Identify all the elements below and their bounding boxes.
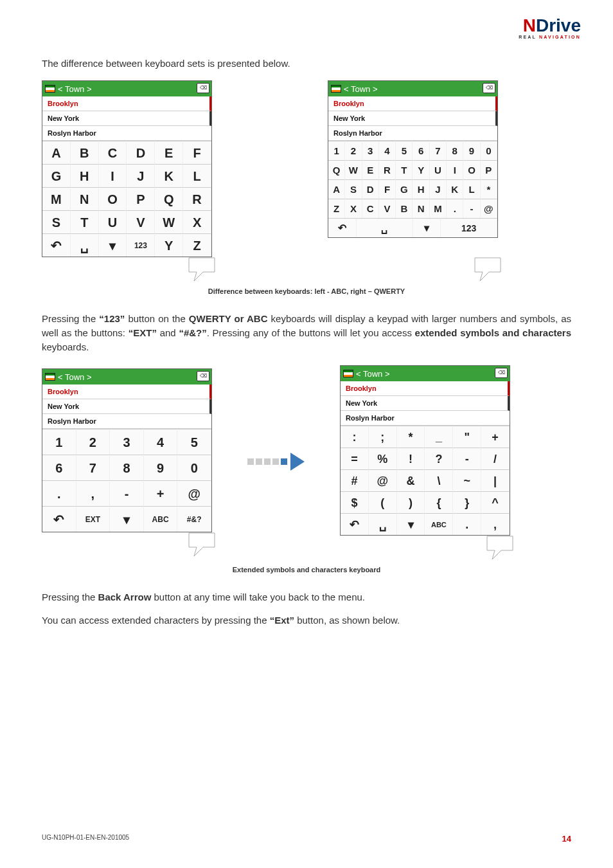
key-8[interactable]: 8 [110,455,144,480]
key-[interactable]: . [447,199,463,218]
key-abc[interactable]: ABC [425,513,453,535]
key-0[interactable]: 0 [177,455,211,480]
key-[interactable]: ▾ [397,513,425,535]
key-7[interactable]: 7 [430,141,447,160]
key-2[interactable]: 2 [76,429,111,455]
key-[interactable]: $ [341,491,369,513]
key-9[interactable]: 9 [463,141,480,160]
key-[interactable]: ▾ [110,506,144,532]
key-e[interactable]: E [362,160,379,179]
key-c[interactable]: C [362,199,379,218]
key-6[interactable]: 6 [42,455,76,480]
key-[interactable]: = [341,448,369,469]
key-3[interactable]: 3 [110,429,144,455]
search-bar[interactable]: < Town > ⌫ [42,369,211,384]
key-h[interactable]: H [71,164,99,187]
key-[interactable]: @ [481,199,497,218]
key-[interactable]: / [481,448,510,469]
search-bar[interactable]: < Town > ⌫ [42,81,211,96]
key-[interactable]: ^ [481,491,510,513]
key-y[interactable]: Y [413,160,429,179]
key-[interactable]: & [397,469,425,491]
key-1[interactable]: 1 [42,429,76,455]
key-[interactable]: @ [177,480,211,506]
key-[interactable]: - [463,199,480,218]
key-123[interactable]: 123 [127,233,155,257]
key-[interactable]: _ [425,426,453,448]
key-d[interactable]: D [127,141,155,164]
key-[interactable]: * [481,179,497,199]
key-x[interactable]: X [183,210,211,233]
key-[interactable]: } [453,491,481,513]
key-y[interactable]: Y [155,233,183,257]
key-l[interactable]: L [183,164,211,187]
suggestion-item[interactable]: New York [42,399,211,414]
suggestion-item[interactable]: Brooklyn [328,96,497,111]
key-v[interactable]: V [379,199,396,218]
key-1[interactable]: 1 [328,141,345,160]
key-[interactable]: - [110,480,144,506]
key-[interactable]: ? [425,448,453,469]
key-f[interactable]: F [183,141,211,164]
suggestion-item[interactable]: Brooklyn [42,384,211,399]
key-q[interactable]: Q [155,187,183,210]
backspace-icon[interactable]: ⌫ [495,368,508,378]
key-i[interactable]: I [99,164,127,187]
key-[interactable]: + [144,480,178,506]
key-[interactable]: #&? [177,506,211,532]
key-[interactable]: ␣ [357,218,413,237]
suggestion-item[interactable]: Roslyn Harbor [341,411,510,426]
key-k[interactable]: K [155,164,183,187]
key-[interactable]: @ [369,469,397,491]
key-p[interactable]: P [481,160,497,179]
key-r[interactable]: R [183,187,211,210]
key-o[interactable]: O [463,160,480,179]
suggestion-item[interactable]: New York [328,111,497,126]
key-5[interactable]: 5 [396,141,413,160]
key-[interactable]: * [397,426,425,448]
key-[interactable]: , [481,513,510,535]
key-v[interactable]: V [127,210,155,233]
key-[interactable]: . [453,513,481,535]
key-[interactable]: . [42,480,76,506]
key-a[interactable]: A [42,141,71,164]
key-7[interactable]: 7 [76,455,111,480]
key-z[interactable]: Z [328,199,345,218]
key-m[interactable]: M [430,199,447,218]
key-[interactable]: ▾ [99,233,127,257]
key-e[interactable]: E [155,141,183,164]
key-9[interactable]: 9 [144,455,178,480]
key-3[interactable]: 3 [362,141,379,160]
key-f[interactable]: F [379,179,396,199]
suggestion-item[interactable]: Brooklyn [42,96,211,111]
key-6[interactable]: 6 [413,141,429,160]
key-[interactable]: ↶ [42,233,71,257]
key-a[interactable]: A [328,179,345,199]
key-[interactable]: , [76,480,111,506]
suggestion-item[interactable]: New York [341,396,510,411]
key-[interactable]: ▾ [413,218,441,237]
key-u[interactable]: U [430,160,447,179]
backspace-icon[interactable]: ⌫ [197,371,209,381]
key-5[interactable]: 5 [177,429,211,455]
key-[interactable]: - [453,448,481,469]
key-u[interactable]: U [99,210,127,233]
key-[interactable]: ␣ [369,513,397,535]
key-g[interactable]: G [42,164,71,187]
key-p[interactable]: P [127,187,155,210]
key-123[interactable]: 123 [441,218,497,237]
backspace-icon[interactable]: ⌫ [483,83,495,93]
suggestion-item[interactable]: New York [42,111,211,126]
key-i[interactable]: I [447,160,463,179]
key-n[interactable]: N [71,187,99,210]
suggestion-item[interactable]: Roslyn Harbor [42,126,211,141]
key-o[interactable]: O [99,187,127,210]
key-z[interactable]: Z [183,233,211,257]
key-w[interactable]: W [155,210,183,233]
key-t[interactable]: T [71,210,99,233]
key-[interactable]: % [369,448,397,469]
key-[interactable]: \ [425,469,453,491]
key-c[interactable]: C [99,141,127,164]
key-b[interactable]: B [396,199,413,218]
key-s[interactable]: S [345,179,362,199]
